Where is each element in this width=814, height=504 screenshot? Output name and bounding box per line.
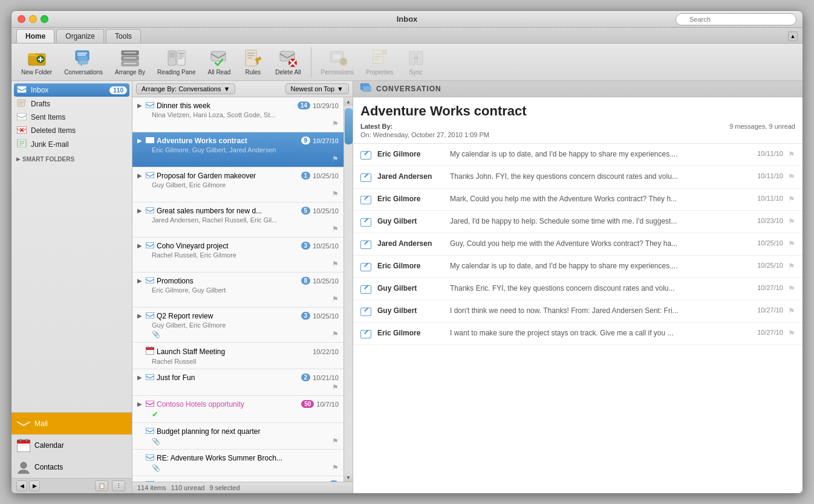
all-read-label: All Read (207, 69, 230, 76)
email-list-scrollbar[interactable]: ▲ ▼ (344, 97, 353, 482)
message-preview: Jared, I'd be happy to help. Schedule so… (450, 217, 751, 225)
flag-icon[interactable]: ⚑ (788, 172, 795, 181)
email-item[interactable]: ▶ Dinner this week 14 10/29/10 Nina Viet… (132, 97, 344, 132)
scroll-down-button[interactable]: ▼ (344, 473, 353, 482)
new-folder-icon (27, 48, 47, 68)
tab-tools[interactable]: Tools (106, 29, 141, 43)
nav-forward-btn[interactable]: ▶ (29, 480, 40, 491)
flag-icon[interactable]: ⚑ (788, 329, 795, 338)
delete-all-button[interactable]: Delete All (270, 46, 305, 78)
message-sender: Eric Gilmore (377, 150, 450, 158)
email-item[interactable]: ▶ Adventure Works contract 9 10/27/10 Er… (132, 132, 344, 167)
toolbar-tabs: Home Organize Tools ▲ (11, 28, 803, 44)
message-envelope-icon (360, 308, 371, 316)
svg-rect-23 (211, 51, 226, 61)
email-badge: 2 (301, 373, 311, 381)
sidebar-item-sent[interactable]: Sent Items (11, 111, 132, 124)
message-envelope-icon (360, 196, 371, 204)
arrange-by-button[interactable]: Arrange By (110, 46, 150, 78)
flag-icon[interactable]: ⚑ (788, 195, 795, 204)
message-row[interactable]: Guy Gilbert I don't think we need to now… (353, 300, 803, 323)
nav-extra-btn-1[interactable]: 📋 (95, 480, 108, 491)
permissions-label: Permissions (321, 69, 354, 76)
arrange-by-icon (120, 48, 140, 68)
flag-icon[interactable]: ⚑ (788, 284, 795, 293)
email-item[interactable]: ▶ Just for Fun 2 10/21/10 ⚑ (132, 369, 344, 396)
sync-button[interactable]: Sync (401, 46, 431, 78)
email-item[interactable]: ▶ Contoso Hotels opportunity 50 10/7/10 … (132, 396, 344, 423)
message-row[interactable]: Jared Andersen Thanks John. FYI, the key… (353, 166, 803, 189)
maximize-button[interactable] (41, 15, 48, 23)
sidebar-item-inbox[interactable]: Inbox 110 (14, 83, 129, 97)
sort-chevron-icon: ▼ (337, 85, 344, 92)
flag-icon[interactable]: ⚑ (788, 217, 795, 226)
email-subject: Coho Vineyard project (157, 242, 299, 250)
tab-organize[interactable]: Organize (56, 29, 104, 43)
email-item[interactable]: Launch Staff Meeting 10/22/10 Rachel Rus… (132, 343, 344, 369)
scroll-thumb[interactable] (345, 108, 353, 144)
arrange-by-dropdown[interactable]: Arrange By: Conversations ▼ (136, 83, 235, 94)
nav-extra-btn-2[interactable]: ⋮ (112, 480, 125, 491)
flag-icon[interactable]: ⚑ (788, 150, 795, 159)
all-read-button[interactable]: All Read (203, 46, 235, 78)
message-date: 10/27/10 (757, 329, 783, 336)
collapse-button[interactable]: ▲ (788, 31, 798, 41)
email-item[interactable]: ▶ Q2 Report review 3 10/25/10 Guy Gilber… (132, 308, 344, 343)
email-subject: Dinner this week (157, 102, 295, 110)
message-row[interactable]: Eric Gilmore My calendar is up to date, … (353, 256, 803, 278)
expand-icon: ▶ (137, 242, 143, 249)
scroll-up-button[interactable]: ▲ (344, 97, 353, 106)
properties-button[interactable]: Properties (361, 46, 399, 78)
email-envelope-icon (146, 206, 154, 215)
conversations-label: Conversations (64, 69, 103, 76)
message-row[interactable]: Eric Gilmore My calendar is up to date, … (353, 144, 803, 166)
sidebar-item-junk[interactable]: Junk E-mail (11, 137, 132, 151)
message-date: 10/11/10 (757, 150, 783, 157)
conversations-button[interactable]: Conversations (59, 46, 108, 78)
message-date: 10/11/10 (757, 172, 783, 179)
message-envelope-icon (360, 173, 371, 182)
new-folder-button[interactable]: New Folder (16, 46, 57, 78)
email-item[interactable]: ▶ For Review: Adventure Works ... 2 📎 ⚑ (132, 476, 344, 482)
email-item[interactable]: RE: Adventure Works Summer Broch... 📎 ⚑ (132, 450, 344, 476)
smart-folders-header[interactable]: ▶ SMART FOLDERS (11, 153, 132, 165)
flag-icon[interactable]: ⚑ (788, 262, 795, 271)
message-row[interactable]: Jared Andersen Guy, Could you help me wi… (353, 233, 803, 256)
email-envelope-icon (146, 276, 154, 285)
reading-pane-button[interactable]: Reading Pane (152, 46, 200, 78)
message-row[interactable]: Guy Gilbert Thanks Eric. FYI, the key qu… (353, 278, 803, 300)
email-senders: Guy Gilbert, Eric Gilmore (137, 181, 339, 189)
conversations-icon (74, 48, 93, 68)
nav-item-contacts[interactable]: Contacts (11, 456, 132, 478)
nav-item-mail[interactable]: Mail (11, 413, 132, 435)
email-badge: 3 (301, 312, 311, 320)
message-sender: Jared Andersen (377, 172, 450, 181)
permissions-button[interactable]: Permissions (316, 46, 359, 78)
close-button[interactable] (18, 15, 25, 23)
nav-back-btn[interactable]: ◀ (16, 480, 27, 491)
minimize-button[interactable] (29, 15, 37, 23)
message-row[interactable]: Guy Gilbert Jared, I'd be happy to help.… (353, 211, 803, 233)
flag-icon[interactable]: ⚑ (788, 239, 795, 248)
message-row[interactable]: Eric Gilmore I want to make sure the pro… (353, 323, 803, 345)
email-item[interactable]: ▶ Great sales numbers for new d... 5 10/… (132, 202, 344, 237)
sidebar-item-drafts[interactable]: Drafts (11, 97, 132, 111)
rules-icon (243, 48, 262, 68)
rules-button[interactable]: Rules (238, 46, 268, 78)
search-input[interactable] (676, 13, 796, 25)
flag-icon[interactable]: ⚑ (788, 306, 795, 315)
nav-item-calendar[interactable]: Calendar (11, 435, 132, 456)
email-item[interactable]: Budget planning for next quarter 📎 ⚑ (132, 423, 344, 450)
email-date: 10/25/10 (313, 242, 339, 250)
email-item[interactable]: ▶ Coho Vineyard project 3 10/25/10 Rache… (132, 237, 344, 273)
message-preview: Thanks Eric. FYI, the key questions conc… (450, 284, 751, 292)
sidebar-item-deleted[interactable]: Deleted Items (11, 124, 132, 137)
sort-dropdown[interactable]: Newest on Top ▼ (285, 83, 349, 94)
message-row[interactable]: Eric Gilmore Mark, Could you help me wit… (353, 189, 803, 211)
rules-label: Rules (246, 69, 261, 76)
expand-icon: ▶ (137, 374, 143, 381)
email-item[interactable]: ▶ Proposal for Garden makeover 1 10/25/1… (132, 167, 344, 202)
message-sender: Guy Gilbert (377, 217, 450, 225)
email-item[interactable]: ▶ Promotions 8 10/25/10 Eric Gilmore, Gu… (132, 273, 344, 308)
tab-home[interactable]: Home (16, 29, 54, 43)
